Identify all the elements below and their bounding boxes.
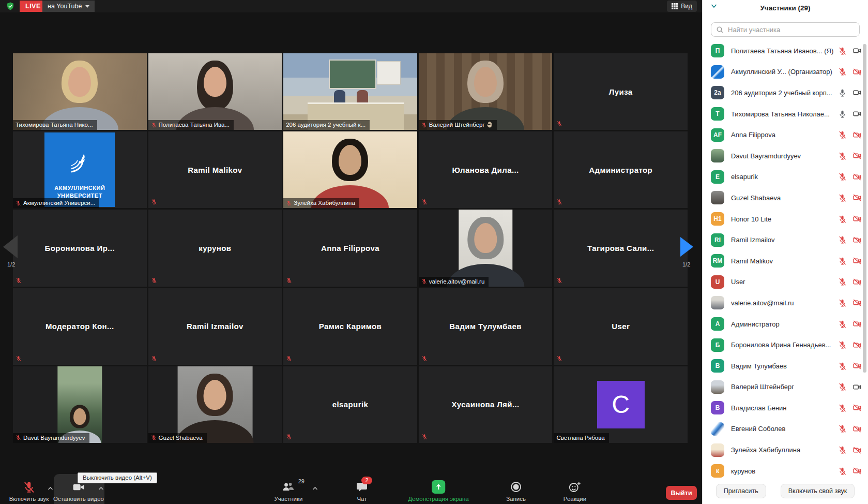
tile-participant-name: Ramil Malikov	[148, 131, 282, 208]
participant-row[interactable]: RIRamil Izmailov	[703, 229, 868, 250]
record-button[interactable]: Запись	[506, 480, 526, 502]
participant-row[interactable]: ББоронилова Ирина Геннадьев...	[703, 334, 868, 355]
participant-status-icons	[838, 88, 862, 97]
next-page-button[interactable]	[680, 237, 693, 257]
participant-name: 206 аудитория 2 учебный корп...	[731, 89, 835, 97]
video-tile[interactable]: Модератор Кон...	[13, 288, 147, 365]
mic-status-icon	[556, 121, 562, 127]
participant-status-icons	[838, 67, 862, 77]
video-tile[interactable]: 206 аудитория 2 учебный к...	[283, 53, 417, 130]
participant-name: elsapurik	[731, 173, 835, 181]
invite-button[interactable]: Пригласить	[716, 484, 766, 498]
video-tile[interactable]: valerie.aitov@mail.ru	[419, 210, 553, 286]
reactions-button[interactable]: Реакции	[564, 480, 586, 502]
participant-row[interactable]: AFAnna Filippova	[703, 124, 868, 145]
camera-status-icon	[852, 151, 862, 160]
muted-mic-indicator	[556, 355, 562, 362]
participant-row[interactable]: ккурунов	[703, 461, 868, 478]
view-button[interactable]: Вид	[667, 1, 697, 12]
camera-status-icon	[852, 382, 862, 392]
video-tile[interactable]: Луиза	[554, 53, 688, 130]
video-tile[interactable]: АКМУЛЛИНСКИЙУНИВЕРСИТЕТ Акмуллинский Уни…	[13, 131, 147, 208]
participant-row[interactable]: ВВадим Тулумбаев	[703, 355, 868, 377]
video-tile[interactable]: elsapurik	[283, 366, 417, 443]
participant-row[interactable]: H1Honor 10 Lite	[703, 209, 868, 230]
video-tile[interactable]: Тихомирова Татьяна Нико...	[13, 53, 147, 130]
panel-scrollbar[interactable]	[863, 44, 866, 373]
share-screen-button[interactable]: Демонстрация экрана	[408, 480, 469, 502]
participant-row[interactable]: ВВладислав Бенин	[703, 397, 868, 419]
mic-status-icon	[838, 257, 847, 265]
video-tile[interactable]: Ramil Izmailov	[148, 288, 282, 365]
muted-mic-indicator	[556, 277, 562, 284]
video-tile[interactable]: Davut Bayramdurdyyev	[13, 366, 147, 443]
security-shield-icon[interactable]	[6, 2, 15, 11]
video-tile[interactable]: Юланова Дила...	[419, 131, 553, 208]
participant-row[interactable]: AАдминистратор	[703, 314, 868, 335]
mic-status-icon	[838, 47, 847, 55]
video-tile[interactable]: Администратор	[554, 131, 688, 208]
participant-row[interactable]: Евгений Соболев	[703, 419, 868, 440]
search-icon	[717, 26, 723, 33]
camera-status-icon	[852, 109, 862, 118]
participant-search-input[interactable]	[727, 25, 854, 34]
participant-row[interactable]: RMRamil Malikov	[703, 250, 868, 272]
video-tile[interactable]: Вадим Тулумбаев	[419, 288, 553, 365]
video-tile[interactable]: Ramil Malikov	[148, 131, 282, 208]
participant-row[interactable]: Акмуллинский У... (Организатор)	[703, 62, 868, 83]
participant-row[interactable]: ППолитаева Татьяна Иванов... (Я)	[703, 40, 868, 62]
unmute-button[interactable]: Включить звук	[9, 480, 49, 502]
participant-name: Зулейха Хабибуллина	[731, 446, 835, 454]
video-tile[interactable]: Anna Filippova	[283, 210, 417, 286]
video-tile[interactable]: курунов	[148, 210, 282, 286]
participant-row[interactable]: Зулейха Хабибуллина	[703, 439, 868, 461]
participant-row[interactable]: Валерий Штейнберг	[703, 377, 868, 398]
view-label: Вид	[681, 3, 692, 10]
video-tile[interactable]: Зулейха Хабибуллина	[283, 131, 417, 208]
video-tile[interactable]: Рамис Каримов	[283, 288, 417, 365]
tile-name-label: valerie.aitov@mail.ru	[419, 277, 489, 287]
tile-participant-name: Модератор Кон...	[13, 288, 147, 365]
participant-row[interactable]: Guzel Shabaeva	[703, 187, 868, 209]
participants-options-chevron[interactable]	[312, 486, 318, 491]
video-tile[interactable]: Валерий Штейнберг	[419, 53, 553, 130]
video-tile[interactable]: CСветлана Рябова	[554, 366, 688, 443]
participant-row[interactable]: ТТихомирова Татьяна Николае...	[703, 103, 868, 125]
stop-video-button[interactable]: Остановить видео	[53, 480, 104, 502]
participant-row[interactable]: 2a206 аудитория 2 учебный корп...	[703, 82, 868, 103]
youtube-stream-selector[interactable]: на YouTube	[42, 1, 95, 12]
avatar: E	[711, 170, 724, 184]
participant-status-icons	[838, 235, 862, 245]
video-tile[interactable]: Guzel Shabaeva	[148, 366, 282, 443]
mic-status-icon	[151, 122, 157, 128]
mic-status-icon	[838, 299, 847, 307]
mic-options-chevron[interactable]	[48, 486, 53, 491]
unmute-self-button[interactable]: Включить свой звук	[781, 484, 855, 498]
participant-row[interactable]: UUser	[703, 272, 868, 293]
tile-participant-name: Тагирова Сали...	[554, 210, 688, 286]
participant-status-icons	[838, 340, 862, 350]
participant-video-feed	[419, 210, 553, 286]
collapse-panel-chevron-icon[interactable]	[711, 4, 717, 8]
mic-status-icon	[838, 235, 847, 244]
video-tile[interactable]: User	[554, 288, 688, 365]
video-tile[interactable]: Политаева Татьяна Ива...	[148, 53, 282, 130]
mic-status-icon	[838, 67, 847, 76]
participant-name: Владислав Бенин	[731, 404, 835, 412]
participant-name: курунов	[731, 467, 835, 475]
chat-button[interactable]: 2 Чат	[356, 480, 368, 502]
video-tile[interactable]: Боронилова Ир...	[13, 210, 147, 286]
participant-row[interactable]: Eelsapurik	[703, 167, 868, 188]
prev-page-button[interactable]	[3, 235, 18, 258]
participant-row[interactable]: valerie.aitov@mail.ru	[703, 292, 868, 314]
video-options-chevron[interactable]	[98, 486, 104, 491]
participants-button[interactable]: 29 Участники	[275, 480, 303, 502]
mic-status-icon	[556, 199, 562, 205]
video-tile[interactable]: Тагирова Сали...	[554, 210, 688, 286]
leave-button[interactable]: Выйти	[666, 486, 697, 500]
page-indicator: 1/2	[7, 261, 15, 268]
mic-status-icon	[556, 355, 562, 362]
participant-row[interactable]: Davut Bayramdurdyyev	[703, 145, 868, 167]
mic-status-icon	[151, 435, 157, 440]
video-tile[interactable]: Хусаинова Ляй...	[419, 366, 553, 443]
